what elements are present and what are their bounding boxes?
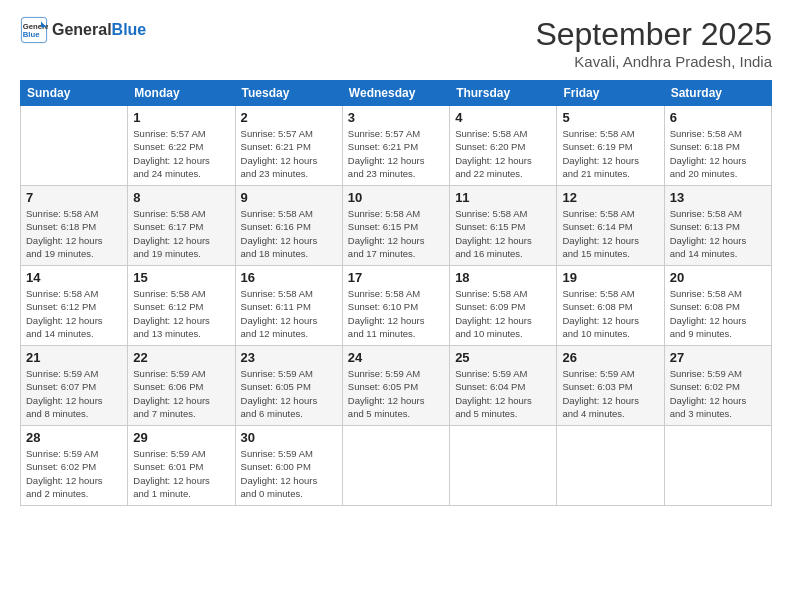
day-info: Sunrise: 5:58 AM Sunset: 6:16 PM Dayligh…: [241, 207, 337, 260]
calendar-week-0: 1Sunrise: 5:57 AM Sunset: 6:22 PM Daylig…: [21, 106, 772, 186]
month-year-title: September 2025: [535, 16, 772, 53]
day-info: Sunrise: 5:58 AM Sunset: 6:15 PM Dayligh…: [455, 207, 551, 260]
calendar-day-18: 18Sunrise: 5:58 AM Sunset: 6:09 PM Dayli…: [450, 266, 557, 346]
empty-cell: [557, 426, 664, 506]
header-thursday: Thursday: [450, 81, 557, 106]
calendar-day-30: 30Sunrise: 5:59 AM Sunset: 6:00 PM Dayli…: [235, 426, 342, 506]
calendar-day-24: 24Sunrise: 5:59 AM Sunset: 6:05 PM Dayli…: [342, 346, 449, 426]
page-header: General Blue GeneralBlue September 2025 …: [20, 16, 772, 70]
day-info: Sunrise: 5:59 AM Sunset: 6:00 PM Dayligh…: [241, 447, 337, 500]
day-number: 1: [133, 110, 229, 125]
day-info: Sunrise: 5:58 AM Sunset: 6:08 PM Dayligh…: [562, 287, 658, 340]
day-number: 10: [348, 190, 444, 205]
logo: General Blue GeneralBlue: [20, 16, 146, 44]
calendar-day-25: 25Sunrise: 5:59 AM Sunset: 6:04 PM Dayli…: [450, 346, 557, 426]
day-info: Sunrise: 5:59 AM Sunset: 6:05 PM Dayligh…: [241, 367, 337, 420]
calendar-day-9: 9Sunrise: 5:58 AM Sunset: 6:16 PM Daylig…: [235, 186, 342, 266]
day-info: Sunrise: 5:58 AM Sunset: 6:17 PM Dayligh…: [133, 207, 229, 260]
day-number: 22: [133, 350, 229, 365]
empty-cell: [664, 426, 771, 506]
empty-cell: [342, 426, 449, 506]
day-number: 19: [562, 270, 658, 285]
calendar-day-20: 20Sunrise: 5:58 AM Sunset: 6:08 PM Dayli…: [664, 266, 771, 346]
day-info: Sunrise: 5:57 AM Sunset: 6:21 PM Dayligh…: [241, 127, 337, 180]
calendar-week-3: 21Sunrise: 5:59 AM Sunset: 6:07 PM Dayli…: [21, 346, 772, 426]
day-info: Sunrise: 5:59 AM Sunset: 6:05 PM Dayligh…: [348, 367, 444, 420]
day-number: 4: [455, 110, 551, 125]
day-info: Sunrise: 5:57 AM Sunset: 6:21 PM Dayligh…: [348, 127, 444, 180]
day-info: Sunrise: 5:59 AM Sunset: 6:06 PM Dayligh…: [133, 367, 229, 420]
calendar-day-29: 29Sunrise: 5:59 AM Sunset: 6:01 PM Dayli…: [128, 426, 235, 506]
day-number: 29: [133, 430, 229, 445]
calendar-day-16: 16Sunrise: 5:58 AM Sunset: 6:11 PM Dayli…: [235, 266, 342, 346]
day-info: Sunrise: 5:58 AM Sunset: 6:15 PM Dayligh…: [348, 207, 444, 260]
day-info: Sunrise: 5:58 AM Sunset: 6:18 PM Dayligh…: [670, 127, 766, 180]
calendar-day-17: 17Sunrise: 5:58 AM Sunset: 6:10 PM Dayli…: [342, 266, 449, 346]
day-number: 18: [455, 270, 551, 285]
day-info: Sunrise: 5:58 AM Sunset: 6:09 PM Dayligh…: [455, 287, 551, 340]
day-number: 26: [562, 350, 658, 365]
day-number: 11: [455, 190, 551, 205]
day-number: 17: [348, 270, 444, 285]
empty-cell: [450, 426, 557, 506]
header-sunday: Sunday: [21, 81, 128, 106]
calendar-day-23: 23Sunrise: 5:59 AM Sunset: 6:05 PM Dayli…: [235, 346, 342, 426]
day-info: Sunrise: 5:57 AM Sunset: 6:22 PM Dayligh…: [133, 127, 229, 180]
day-number: 25: [455, 350, 551, 365]
calendar-table: SundayMondayTuesdayWednesdayThursdayFrid…: [20, 80, 772, 506]
svg-text:Blue: Blue: [23, 30, 40, 39]
calendar-day-26: 26Sunrise: 5:59 AM Sunset: 6:03 PM Dayli…: [557, 346, 664, 426]
day-info: Sunrise: 5:58 AM Sunset: 6:13 PM Dayligh…: [670, 207, 766, 260]
calendar-day-19: 19Sunrise: 5:58 AM Sunset: 6:08 PM Dayli…: [557, 266, 664, 346]
day-info: Sunrise: 5:58 AM Sunset: 6:10 PM Dayligh…: [348, 287, 444, 340]
calendar-day-12: 12Sunrise: 5:58 AM Sunset: 6:14 PM Dayli…: [557, 186, 664, 266]
calendar-header-row: SundayMondayTuesdayWednesdayThursdayFrid…: [21, 81, 772, 106]
calendar-day-2: 2Sunrise: 5:57 AM Sunset: 6:21 PM Daylig…: [235, 106, 342, 186]
day-number: 8: [133, 190, 229, 205]
day-number: 15: [133, 270, 229, 285]
day-number: 13: [670, 190, 766, 205]
calendar-day-14: 14Sunrise: 5:58 AM Sunset: 6:12 PM Dayli…: [21, 266, 128, 346]
calendar-day-28: 28Sunrise: 5:59 AM Sunset: 6:02 PM Dayli…: [21, 426, 128, 506]
calendar-day-6: 6Sunrise: 5:58 AM Sunset: 6:18 PM Daylig…: [664, 106, 771, 186]
day-number: 16: [241, 270, 337, 285]
calendar-week-1: 7Sunrise: 5:58 AM Sunset: 6:18 PM Daylig…: [21, 186, 772, 266]
day-info: Sunrise: 5:59 AM Sunset: 6:01 PM Dayligh…: [133, 447, 229, 500]
day-info: Sunrise: 5:58 AM Sunset: 6:12 PM Dayligh…: [133, 287, 229, 340]
calendar-day-8: 8Sunrise: 5:58 AM Sunset: 6:17 PM Daylig…: [128, 186, 235, 266]
location-subtitle: Kavali, Andhra Pradesh, India: [535, 53, 772, 70]
calendar-week-4: 28Sunrise: 5:59 AM Sunset: 6:02 PM Dayli…: [21, 426, 772, 506]
day-number: 24: [348, 350, 444, 365]
header-monday: Monday: [128, 81, 235, 106]
day-number: 21: [26, 350, 122, 365]
header-wednesday: Wednesday: [342, 81, 449, 106]
header-tuesday: Tuesday: [235, 81, 342, 106]
calendar-day-7: 7Sunrise: 5:58 AM Sunset: 6:18 PM Daylig…: [21, 186, 128, 266]
day-number: 3: [348, 110, 444, 125]
calendar-day-3: 3Sunrise: 5:57 AM Sunset: 6:21 PM Daylig…: [342, 106, 449, 186]
day-number: 5: [562, 110, 658, 125]
day-number: 23: [241, 350, 337, 365]
calendar-day-11: 11Sunrise: 5:58 AM Sunset: 6:15 PM Dayli…: [450, 186, 557, 266]
calendar-day-27: 27Sunrise: 5:59 AM Sunset: 6:02 PM Dayli…: [664, 346, 771, 426]
logo-icon: General Blue: [20, 16, 48, 44]
day-number: 12: [562, 190, 658, 205]
day-info: Sunrise: 5:59 AM Sunset: 6:07 PM Dayligh…: [26, 367, 122, 420]
day-info: Sunrise: 5:58 AM Sunset: 6:08 PM Dayligh…: [670, 287, 766, 340]
header-friday: Friday: [557, 81, 664, 106]
calendar-day-22: 22Sunrise: 5:59 AM Sunset: 6:06 PM Dayli…: [128, 346, 235, 426]
calendar-day-13: 13Sunrise: 5:58 AM Sunset: 6:13 PM Dayli…: [664, 186, 771, 266]
day-number: 30: [241, 430, 337, 445]
day-number: 27: [670, 350, 766, 365]
title-block: September 2025 Kavali, Andhra Pradesh, I…: [535, 16, 772, 70]
calendar-day-1: 1Sunrise: 5:57 AM Sunset: 6:22 PM Daylig…: [128, 106, 235, 186]
day-info: Sunrise: 5:59 AM Sunset: 6:03 PM Dayligh…: [562, 367, 658, 420]
calendar-week-2: 14Sunrise: 5:58 AM Sunset: 6:12 PM Dayli…: [21, 266, 772, 346]
day-number: 28: [26, 430, 122, 445]
day-info: Sunrise: 5:59 AM Sunset: 6:04 PM Dayligh…: [455, 367, 551, 420]
calendar-day-5: 5Sunrise: 5:58 AM Sunset: 6:19 PM Daylig…: [557, 106, 664, 186]
day-number: 20: [670, 270, 766, 285]
day-info: Sunrise: 5:58 AM Sunset: 6:14 PM Dayligh…: [562, 207, 658, 260]
day-info: Sunrise: 5:58 AM Sunset: 6:12 PM Dayligh…: [26, 287, 122, 340]
calendar-day-21: 21Sunrise: 5:59 AM Sunset: 6:07 PM Dayli…: [21, 346, 128, 426]
